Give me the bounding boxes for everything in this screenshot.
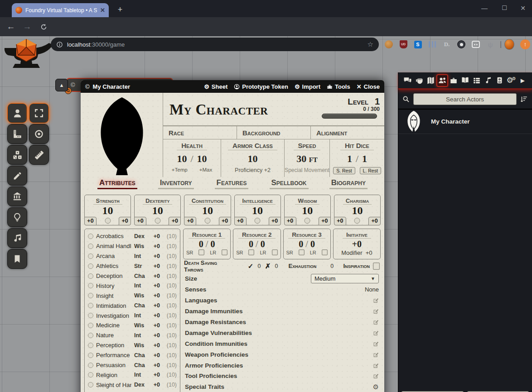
dice-tool-button[interactable] [7, 145, 27, 165]
search-input[interactable] [413, 93, 517, 105]
skill-row[interactable]: Performance Cha +0 (10) [88, 350, 177, 360]
ability-save-mod[interactable]: +0 [184, 217, 196, 225]
edit-icon[interactable] [373, 297, 379, 303]
long-rest-checkbox[interactable] [272, 249, 278, 255]
skill-name[interactable]: Deception [96, 272, 131, 279]
ability-name[interactable]: Wisdom [295, 197, 319, 205]
tab-journal[interactable] [459, 74, 471, 87]
skill-name[interactable]: Arcana [96, 253, 131, 259]
back-button[interactable]: ← [3, 22, 19, 32]
sheet-config-button[interactable]: ⚙Sheet [204, 83, 227, 90]
extension-shield-icon[interactable]: UD [398, 39, 408, 49]
skill-proficiency-toggle[interactable] [88, 283, 93, 288]
inspiration-checkbox[interactable] [373, 263, 380, 270]
edit-icon[interactable] [373, 319, 379, 325]
skill-row[interactable]: Animal Handling Wis +0 (10) [88, 241, 177, 251]
resource-label[interactable]: Resource 1 [189, 231, 226, 239]
long-rest-button[interactable]: L. Rest [360, 167, 381, 174]
extension-box-icon[interactable] [471, 39, 481, 49]
ability-score[interactable]: 10 [235, 205, 281, 216]
new-tab-button[interactable]: + [115, 5, 126, 15]
select-tool-button[interactable] [29, 103, 49, 123]
close-window-button[interactable]: ✕Close [357, 83, 380, 90]
skill-name[interactable]: Acrobatics [96, 233, 131, 239]
measure-controls-button[interactable] [7, 124, 27, 144]
skill-proficiency-toggle[interactable] [88, 293, 93, 298]
background-field[interactable]: Background [237, 126, 310, 139]
ability-score[interactable]: 10 [85, 205, 131, 216]
skill-proficiency-toggle[interactable] [88, 234, 93, 239]
sheet-window-header[interactable]: ©My Character ⚙Sheet Prototype Token ⚙Im… [81, 80, 384, 93]
exhaustion-value[interactable]: 0 [329, 263, 334, 269]
proficiency-toggle[interactable] [305, 218, 310, 224]
skill-name[interactable]: Investigation [96, 312, 131, 319]
ability-score[interactable]: 10 [184, 205, 230, 216]
target-tool-button[interactable] [29, 124, 49, 144]
skill-name[interactable]: Animal Handling [96, 243, 131, 249]
skill-row[interactable]: Religion Int +0 (10) [88, 370, 177, 380]
skill-row[interactable]: Persuasion Cha +0 (10) [88, 360, 177, 370]
short-rest-checkbox[interactable] [198, 249, 204, 255]
notes-controls-button[interactable] [7, 249, 27, 269]
hd-max[interactable]: 1 [362, 153, 367, 165]
ability-name[interactable]: Strength [93, 197, 122, 205]
tab-spellbook[interactable]: Spellbook [270, 178, 309, 189]
ability-check-mod[interactable]: +0 [219, 217, 231, 225]
skill-row[interactable]: Investigation Int +0 (10) [88, 311, 177, 320]
browser-tab[interactable]: Foundry Virtual Tabletop • A Stan ✕ [12, 3, 109, 17]
alignment-field[interactable]: Alignment [310, 126, 384, 139]
hp-tempmax-label[interactable]: +Max [199, 167, 212, 172]
skill-name[interactable]: Performance [96, 352, 131, 359]
short-rest-button[interactable]: S. Rest [333, 167, 355, 174]
sounds-controls-button[interactable] [7, 228, 27, 248]
skill-proficiency-toggle[interactable] [88, 323, 93, 328]
hp-max[interactable]: 10 [197, 153, 207, 165]
resource-label[interactable]: Resource 2 [238, 231, 276, 239]
short-rest-checkbox[interactable] [248, 249, 254, 255]
hp-current[interactable]: 10 [177, 153, 187, 165]
ability-check-mod[interactable]: +0 [368, 217, 381, 225]
skill-row[interactable]: Stealth Dex +0 (10) [88, 390, 177, 392]
extension-cookie-icon[interactable] [384, 39, 394, 49]
bookmark-star-icon[interactable]: ☆ [368, 40, 373, 48]
skill-proficiency-toggle[interactable] [88, 363, 93, 368]
skill-row[interactable]: Insight Wis +0 (10) [88, 291, 177, 301]
reload-button[interactable] [35, 23, 52, 31]
ability-score[interactable]: 10 [285, 205, 330, 216]
actor-name[interactable]: My Character [431, 118, 470, 125]
skill-name[interactable]: Insight [96, 292, 131, 299]
sort-folders-icon[interactable] [520, 96, 528, 103]
hp-temp-label[interactable]: +Temp [172, 167, 188, 172]
resource-label[interactable]: Resource 3 [288, 231, 325, 239]
skill-name[interactable]: Sleight of Hand [96, 382, 131, 388]
tab-scenes[interactable] [425, 74, 436, 87]
browser-update-icon[interactable]: ↑ [520, 39, 530, 49]
skill-proficiency-toggle[interactable] [88, 273, 93, 279]
speed-value[interactable]: 30 ft [296, 150, 318, 167]
skill-name[interactable]: Athletics [96, 263, 131, 269]
size-select[interactable]: Medium▼ [311, 274, 379, 283]
ability-score[interactable]: 10 [334, 205, 380, 216]
skill-name[interactable]: History [96, 282, 131, 289]
special-traits-config-icon[interactable]: ⚙ [373, 384, 379, 390]
long-rest-checkbox[interactable] [322, 249, 328, 255]
tab-attributes[interactable]: Attributes [97, 178, 137, 189]
skill-row[interactable]: Intimidation Cha +0 (10) [88, 301, 177, 311]
skill-row[interactable]: Athletics Str +0 (10) [88, 261, 177, 271]
skill-name[interactable]: Medicine [96, 322, 131, 329]
skill-name[interactable]: Perception [96, 342, 131, 349]
ability-check-mod[interactable]: +0 [319, 217, 331, 225]
tab-playlists[interactable] [483, 74, 494, 87]
skill-proficiency-toggle[interactable] [88, 353, 93, 358]
tab-inventory[interactable]: Inventory [158, 178, 194, 189]
skill-proficiency-toggle[interactable] [88, 343, 93, 348]
window-maximize-button[interactable]: ☐ [500, 5, 508, 11]
tab-biography[interactable]: Biography [329, 178, 368, 189]
tab-items[interactable] [448, 74, 459, 87]
xp-value[interactable]: 0 / 300 [322, 106, 380, 112]
lighting-controls-button[interactable] [7, 207, 27, 227]
skill-name[interactable]: Persuasion [96, 362, 131, 368]
character-name[interactable]: My Character [169, 96, 322, 125]
skill-row[interactable]: Nature Int +0 (10) [88, 330, 177, 340]
skill-row[interactable]: Arcana Int +0 (10) [88, 251, 177, 261]
